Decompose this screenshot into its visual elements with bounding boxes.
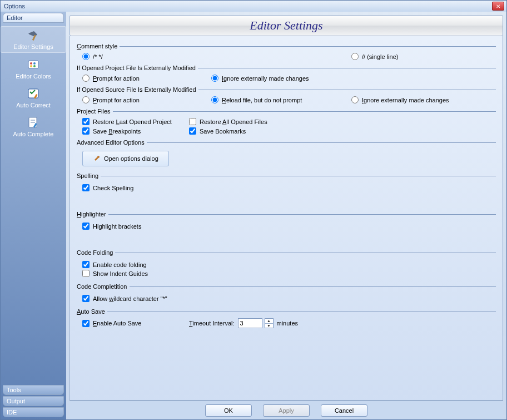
check-enable-code-folding[interactable]: Enable code folding [82,261,147,268]
palette-icon [25,57,42,72]
sidebar-tab-editor[interactable]: Editor [3,13,64,23]
sidebar-tab-tools[interactable]: Tools [3,385,64,395]
check-allow-wildcard[interactable]: Allow wildcard character "*" [82,295,167,302]
svg-point-4 [33,62,36,65]
group-advanced-options: Advanced Editor Options Open options dia… [77,139,496,168]
check-save-bookmarks[interactable]: Save Bookmarks [189,127,334,135]
open-options-dialog-button[interactable]: Open options dialog [82,151,169,166]
check-show-indent-guides[interactable]: Show Indent Guides [82,270,148,277]
svg-point-3 [30,62,32,65]
hammer-icon [25,28,42,42]
group-auto-save: Auto Save Enable Auto Save Timeout Inter… [77,308,496,328]
chevron-down-icon[interactable]: ▼ [265,324,273,328]
radio-project-ignore[interactable]: Ignore externally made changes [211,75,345,82]
radio-comment-singleline[interactable]: // (single line) [351,53,496,60]
group-source-modified: If Opened Source File Is Externally Modi… [77,86,496,103]
settings-content: CComment styleomment style /* */ // (sin… [69,36,503,401]
group-code-completion: Code Completition Allow wildcard charact… [77,283,496,304]
group-comment-style: CComment styleomment style /* */ // (sin… [77,43,496,60]
check-save-breakpoints[interactable]: Save Breakpoints [82,127,182,135]
timeout-spinner[interactable]: ▲▼ [265,318,274,328]
radio-comment-block[interactable]: /* */ [82,53,205,60]
chevron-up-icon[interactable]: ▲ [265,319,273,324]
check-enable-auto-save[interactable]: Enable Auto Save [82,318,182,328]
svg-point-5 [30,65,32,67]
svg-marker-0 [28,31,37,37]
timeout-label: Timeout Interval: [189,320,235,327]
sidebar-item-editor-settings[interactable]: Editor Settings [1,26,66,53]
page-title: Editor Settings [250,18,322,33]
check-spelling[interactable]: Check Spelling [82,184,133,191]
group-code-folding: Code Folding Enable code folding Show In… [77,249,496,279]
ok-button[interactable]: OK [205,404,252,417]
svg-rect-2 [28,61,38,68]
radio-source-ignore[interactable]: Ignore externally made changes [351,96,496,103]
radio-source-reload[interactable]: Reload file, but do not prompt [211,96,345,103]
check-highlight-brackets[interactable]: Highlight brackets [82,223,141,230]
svg-rect-7 [28,89,38,98]
titlebar: Options ✕ [1,1,506,12]
window-title: Options [4,3,25,9]
group-highlighter: Highlighter Highlight brackets [77,211,496,245]
page-header: Editor Settings [69,15,503,36]
document-pencil-icon [25,115,42,130]
sidebar-tab-output[interactable]: Output [3,396,64,406]
timeout-interval-input[interactable] [238,318,262,328]
sidebar-item-editor-colors[interactable]: Editor Colors [1,56,66,82]
check-restore-last-project[interactable]: Restore Last Opened Project [82,118,182,125]
sidebar: Editor Editor Settings Editor Colors Aut… [1,12,66,419]
group-project-modified: If Opened Project File Is Externally Mod… [77,65,496,82]
cancel-button[interactable]: Cancel [321,404,367,417]
timeout-unit: minutes [277,320,299,327]
sidebar-item-auto-correct[interactable]: Auto Correct [1,85,66,111]
check-restore-all-files[interactable]: Restore All Opened Files [189,118,334,125]
dialog-footer: OK Apply Cancel [69,401,503,419]
sidebar-item-auto-complete[interactable]: Auto Complete [1,114,66,140]
checklist-icon [25,86,42,101]
radio-source-prompt[interactable]: Prompt for action [82,96,205,103]
svg-point-6 [33,65,36,67]
sidebar-tab-ide[interactable]: IDE [3,407,64,417]
close-icon[interactable]: ✕ [492,2,504,11]
wrench-icon [93,155,101,162]
group-spelling: Spelling Check Spelling [77,172,496,206]
radio-project-prompt[interactable]: Prompt for action [82,75,205,82]
group-project-files: Project Files Restore Last Opened Projec… [77,108,496,135]
apply-button[interactable]: Apply [263,404,310,417]
